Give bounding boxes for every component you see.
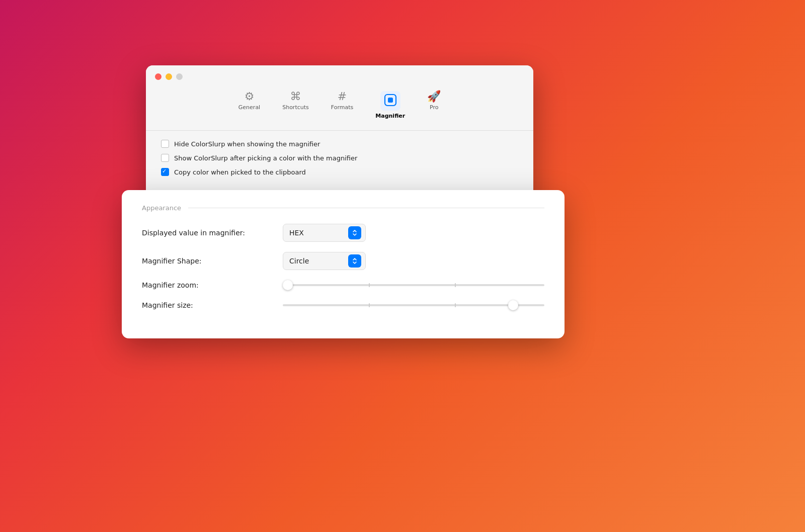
magnifier-shape-row: Magnifier Shape: Circle [142, 252, 544, 270]
checkbox-copy-row: Copy color when picked to the clipboard [161, 168, 518, 176]
displayed-value-text: HEX [289, 229, 344, 237]
checkbox-show-label: Show ColorSlurp after picking a color wi… [174, 154, 357, 162]
checkbox-show[interactable] [161, 154, 169, 162]
tab-general[interactable]: ⚙ General [227, 88, 271, 122]
magnifier-zoom-thumb[interactable] [283, 280, 293, 290]
svg-rect-1 [388, 98, 393, 103]
toolbar: ⚙ General ⌘ Shortcuts # Formats Magnifie… [146, 85, 533, 130]
size-tick-1 [369, 303, 370, 307]
tab-formats[interactable]: # Formats [320, 88, 365, 122]
checkbox-copy-label: Copy color when picked to the clipboard [174, 168, 306, 176]
tab-formats-label: Formats [331, 104, 354, 111]
command-icon: ⌘ [290, 91, 301, 102]
tab-pro[interactable]: 🚀 Pro [416, 88, 452, 122]
tab-pro-label: Pro [430, 104, 438, 111]
tab-magnifier[interactable]: Magnifier [364, 88, 416, 122]
magnifier-size-track [283, 304, 544, 306]
window-content: Hide ColorSlurp when showing the magnifi… [146, 131, 533, 192]
magnifier-icon [380, 91, 400, 111]
magnifier-shape-arrow-icon [348, 254, 361, 268]
titlebar [146, 65, 533, 85]
gear-icon: ⚙ [245, 91, 255, 102]
checkbox-copy[interactable] [161, 168, 169, 176]
section-title: Appearance [142, 204, 181, 212]
displayed-value-row: Displayed value in magnifier: HEX [142, 224, 544, 242]
magnifier-shape-label: Magnifier Shape: [142, 257, 283, 265]
magnifier-size-label: Magnifier size: [142, 301, 283, 309]
magnifier-size-thumb[interactable] [508, 300, 518, 310]
magnifier-size-slider[interactable] [283, 300, 544, 310]
checkbox-show-row: Show ColorSlurp after picking a color wi… [161, 154, 518, 162]
tab-magnifier-label: Magnifier [375, 113, 405, 119]
tick-1 [369, 283, 370, 287]
appearance-panel: Appearance Displayed value in magnifier:… [122, 190, 565, 338]
section-title-row: Appearance [142, 204, 544, 212]
close-button[interactable] [155, 73, 162, 80]
displayed-value-label: Displayed value in magnifier: [142, 229, 283, 237]
checkbox-hide[interactable] [161, 140, 169, 148]
tick-2 [455, 283, 456, 287]
tab-general-label: General [238, 104, 260, 111]
maximize-button[interactable] [176, 73, 183, 80]
displayed-value-arrow-icon [348, 226, 361, 239]
section-divider [188, 208, 544, 208]
magnifier-zoom-label: Magnifier zoom: [142, 281, 283, 289]
magnifier-size-row: Magnifier size: [142, 300, 544, 310]
minimize-button[interactable] [166, 73, 172, 80]
size-tick-2 [455, 303, 456, 307]
checkbox-hide-row: Hide ColorSlurp when showing the magnifi… [161, 140, 518, 148]
rocket-icon: 🚀 [427, 91, 441, 102]
magnifier-zoom-slider[interactable] [283, 280, 544, 290]
displayed-value-select[interactable]: HEX [283, 224, 366, 242]
magnifier-zoom-track [283, 284, 544, 286]
magnifier-zoom-row: Magnifier zoom: [142, 280, 544, 290]
tab-shortcuts-label: Shortcuts [282, 104, 309, 111]
tab-shortcuts[interactable]: ⌘ Shortcuts [271, 88, 320, 122]
hash-icon: # [338, 91, 347, 102]
checkbox-hide-label: Hide ColorSlurp when showing the magnifi… [174, 140, 320, 148]
magnifier-shape-select[interactable]: Circle [283, 252, 366, 270]
magnifier-shape-text: Circle [289, 257, 344, 265]
